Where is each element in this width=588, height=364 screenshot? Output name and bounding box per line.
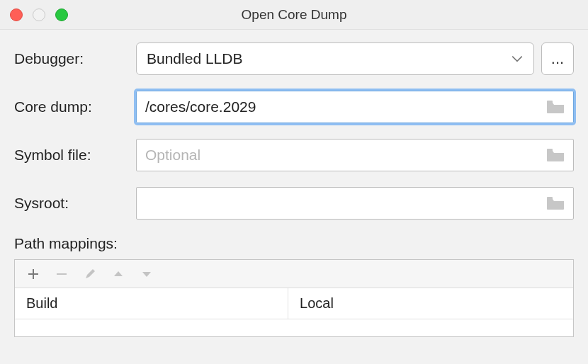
minus-icon: [55, 268, 68, 280]
add-mapping-button[interactable]: [19, 260, 47, 288]
path-mappings-label: Path mappings:: [14, 235, 574, 252]
debugger-selected-value: Bundled LLDB: [147, 50, 242, 67]
arrow-down-icon: [140, 268, 153, 280]
close-window-button[interactable]: [10, 8, 23, 21]
sysroot-input[interactable]: [145, 195, 546, 212]
debugger-row: Debugger: Bundled LLDB ...: [14, 42, 574, 75]
symbol-file-input[interactable]: [145, 147, 546, 164]
zoom-window-button[interactable]: [55, 8, 68, 21]
arrow-up-icon: [112, 268, 125, 280]
debugger-label: Debugger:: [14, 50, 136, 67]
edit-mapping-button[interactable]: [76, 260, 104, 288]
plus-icon: [27, 268, 40, 280]
sysroot-field[interactable]: [136, 187, 574, 220]
folder-icon[interactable]: [546, 148, 565, 162]
symbol-file-label: Symbol file:: [14, 147, 136, 164]
pencil-icon: [84, 268, 96, 280]
window-title: Open Core Dump: [0, 7, 588, 23]
table-body: [15, 319, 573, 336]
more-button-label: ...: [551, 50, 564, 68]
core-dump-row: Core dump:: [14, 91, 574, 123]
table-header: Build Local: [15, 288, 573, 319]
remove-mapping-button[interactable]: [47, 260, 76, 288]
core-dump-field[interactable]: [136, 91, 574, 123]
symbol-file-field[interactable]: [136, 139, 574, 171]
symbol-file-row: Symbol file:: [14, 139, 574, 171]
column-local[interactable]: Local: [288, 288, 573, 319]
path-mappings-table: Build Local: [14, 259, 574, 337]
path-mappings-toolbar: [15, 260, 573, 288]
sysroot-label: Sysroot:: [14, 195, 136, 212]
move-down-button[interactable]: [132, 260, 161, 288]
folder-icon[interactable]: [546, 100, 565, 114]
window-controls: [10, 8, 68, 21]
dialog-content: Debugger: Bundled LLDB ... Core dump:: [0, 30, 588, 337]
move-up-button[interactable]: [104, 260, 132, 288]
minimize-window-button[interactable]: [33, 8, 45, 21]
chevron-down-icon: [511, 52, 524, 65]
sysroot-row: Sysroot:: [14, 187, 574, 220]
debugger-more-button[interactable]: ...: [541, 42, 574, 75]
titlebar: Open Core Dump: [0, 0, 588, 30]
debugger-dropdown[interactable]: Bundled LLDB: [136, 42, 534, 75]
column-build[interactable]: Build: [15, 288, 288, 319]
core-dump-input[interactable]: [145, 98, 546, 115]
folder-icon[interactable]: [546, 196, 565, 210]
core-dump-label: Core dump:: [14, 98, 136, 115]
